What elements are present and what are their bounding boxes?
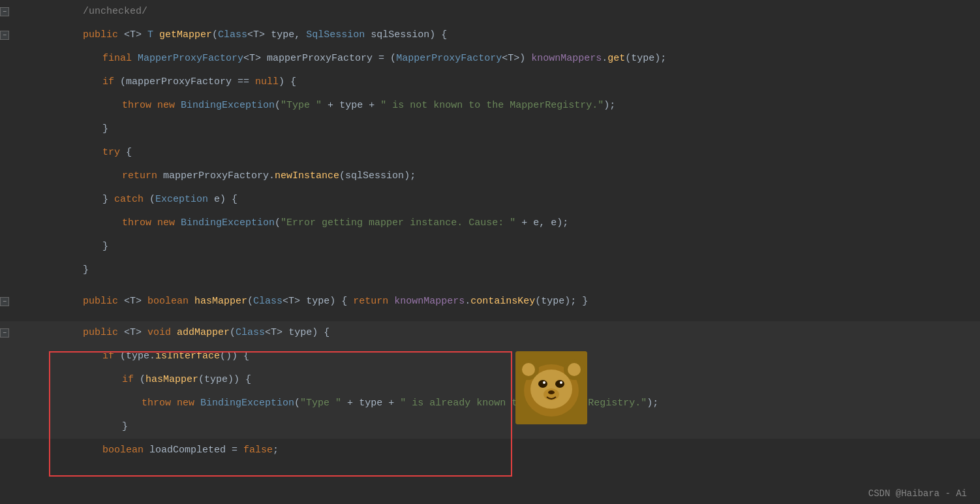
svg-point-5 [568, 363, 581, 376]
svg-point-12 [548, 390, 555, 394]
gutter-area: − [0, 31, 42, 40]
svg-point-7 [538, 380, 547, 388]
fold-button[interactable]: − [0, 297, 9, 306]
svg-point-3 [522, 363, 535, 376]
avatar [515, 351, 587, 424]
svg-point-8 [555, 380, 564, 388]
gutter-area: − [0, 297, 42, 306]
fold-button[interactable]: − [0, 328, 9, 338]
fold-button[interactable]: − [0, 31, 9, 40]
fold-button[interactable]: − [0, 7, 9, 16]
code-editor: − /unchecked/ − public <T> T getMapper(C… [0, 0, 980, 504]
gutter-area: − @ [0, 328, 42, 338]
watermark: CSDN @Haibara - Ai [868, 488, 967, 499]
svg-point-10 [560, 381, 562, 384]
svg-point-9 [543, 381, 545, 384]
line-boolean: boolean loadCompleted = false; [0, 439, 980, 462]
code-text: boolean loadCompleted = false; [42, 415, 980, 486]
gutter-area: − [0, 7, 42, 16]
